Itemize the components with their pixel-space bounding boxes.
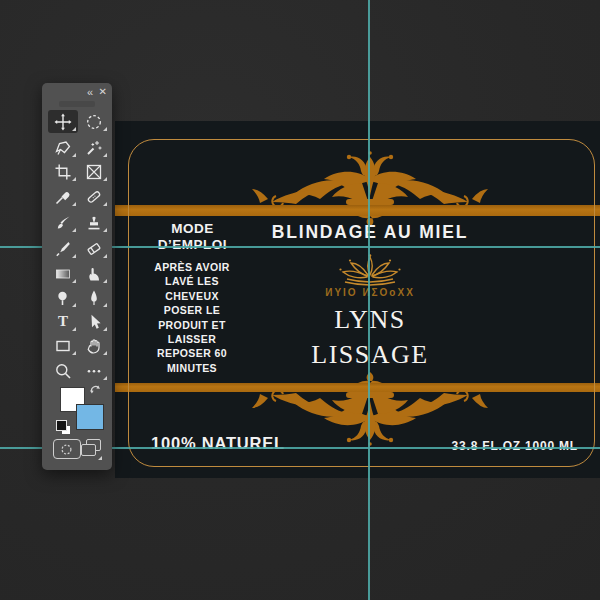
tools-panel: « ✕ [42, 83, 112, 470]
healing-brush-icon [85, 188, 103, 206]
crop-tool-button[interactable] [48, 160, 78, 183]
elliptical-marquee-tool-button[interactable] [79, 110, 109, 133]
brush-icon [54, 214, 72, 232]
eraser-tool-button[interactable] [79, 237, 109, 260]
mixer-brush-tool-button[interactable] [48, 237, 78, 260]
quick-mask-button[interactable] [53, 439, 81, 459]
smudge-tool-button[interactable] [79, 262, 109, 285]
volume-text: 33.8 FL.OZ 1000 ML [435, 439, 578, 453]
zoom-tool-button[interactable] [48, 359, 78, 382]
type-tool-button[interactable]: T [48, 310, 78, 333]
frame-tool-button[interactable] [79, 160, 109, 183]
magic-wand-tool-button[interactable] [79, 136, 109, 159]
eyedropper-tool-button[interactable] [48, 185, 78, 208]
swap-colors-icon[interactable] [89, 383, 102, 396]
mirrored-brand-text: ИYIO ИΣOoXX [270, 287, 470, 298]
hand-icon [85, 337, 103, 355]
default-colors-foreground-icon[interactable] [56, 420, 67, 431]
magic-wand-icon [85, 139, 103, 157]
vertical-guide[interactable] [368, 0, 370, 600]
brand-name-line1: LYNS [245, 305, 495, 335]
mode-demploi-instructions: APRÈS AVOIR LAVÉ LES CHEVEUX POSER LE PR… [137, 260, 247, 375]
mixer-brush-icon [54, 240, 72, 258]
label-title: BLINDAGE AU MIEL [220, 222, 520, 243]
selection-arrow-icon [85, 313, 103, 331]
eraser-icon [85, 240, 103, 258]
smudge-icon [85, 265, 103, 283]
pen-tool-button[interactable] [79, 286, 109, 309]
quick-mask-icon [60, 443, 73, 456]
eyedropper-icon [54, 188, 72, 206]
clone-stamp-tool-button[interactable] [79, 211, 109, 234]
pen-icon [85, 289, 103, 307]
polygonal-lasso-tool-button[interactable] [48, 136, 78, 159]
brush-tool-button[interactable] [48, 211, 78, 234]
path-selection-tool-button[interactable] [79, 310, 109, 333]
panel-title-faint [59, 101, 95, 107]
tools-panel-header: « ✕ [42, 83, 112, 98]
mode-demploi-heading: MODE D’EMPLOI [140, 221, 245, 253]
edit-toolbar-button[interactable] [79, 359, 109, 382]
clone-stamp-icon [85, 214, 103, 232]
dodge-icon [54, 289, 72, 307]
screen-mode-button[interactable] [81, 444, 96, 456]
hand-tool-button[interactable] [79, 334, 109, 357]
dodge-tool-button[interactable] [48, 286, 78, 309]
close-panel-icon[interactable]: ✕ [99, 85, 107, 99]
ellipsis-icon [85, 362, 103, 380]
photoshop-workspace: BLINDAGE AU MIEL ИYIO ИΣOoXX LYNS LISSAG… [0, 0, 600, 600]
frame-icon [85, 163, 103, 181]
screen-mode-submenu-mark [98, 456, 102, 460]
collapse-panel-icon[interactable]: « [87, 85, 92, 99]
polygonal-lasso-icon [54, 139, 72, 157]
brand-name-line2: LISSAGE [245, 340, 495, 370]
label-canvas[interactable]: BLINDAGE AU MIEL ИYIO ИΣOoXX LYNS LISSAG… [115, 121, 600, 478]
zoom-icon [54, 362, 72, 380]
gradient-tool-button[interactable] [48, 262, 78, 285]
type-tool-icon: T [58, 314, 68, 329]
background-color-swatch[interactable] [76, 404, 104, 430]
move-tool-button[interactable] [48, 110, 78, 133]
healing-brush-tool-button[interactable] [79, 185, 109, 208]
move-icon [54, 113, 72, 131]
gradient-icon [54, 265, 72, 283]
rectangle-shape-icon [54, 337, 72, 355]
crown-ornament-icon [332, 254, 408, 287]
natural-claim-text: 100% NATUREL [151, 434, 285, 453]
crop-icon [54, 163, 72, 181]
rectangle-tool-button[interactable] [48, 334, 78, 357]
elliptical-marquee-icon [85, 113, 103, 131]
